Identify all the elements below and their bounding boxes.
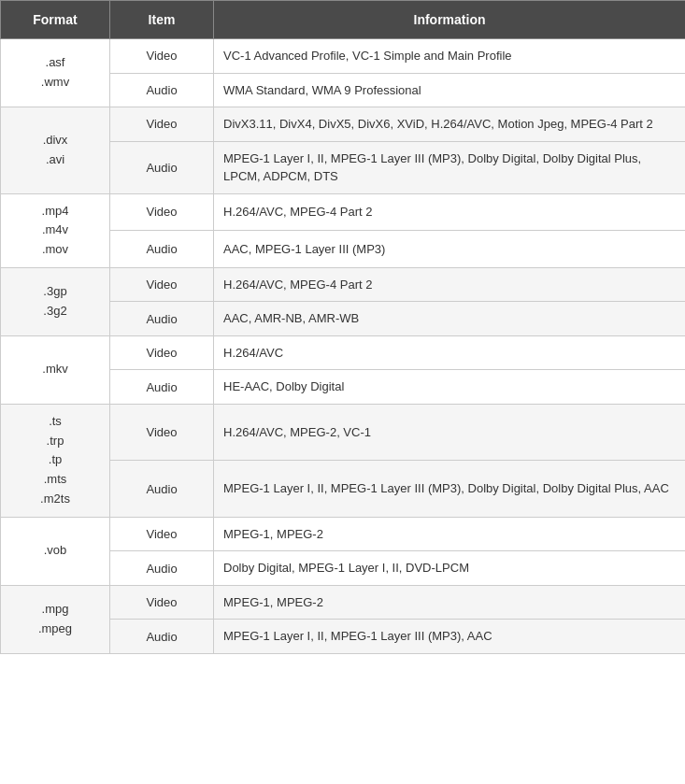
table-row: .3gp.3g2VideoH.264/AVC, MPEG-4 Part 2 xyxy=(1,267,686,302)
info-cell: HE-AAC, Dolby Digital xyxy=(214,370,686,405)
table-row: .ts.trp.tp.mts.m2tsVideoH.264/AVC, MPEG-… xyxy=(1,404,686,460)
format-cell: .3gp.3g2 xyxy=(1,267,110,335)
format-cell: .ts.trp.tp.mts.m2ts xyxy=(1,404,110,517)
info-cell: MPEG-1 Layer I, II, MPEG-1 Layer III (MP… xyxy=(214,461,686,518)
item-cell: Audio xyxy=(110,370,214,405)
info-cell: DivX3.11, DivX4, DivX5, DivX6, XViD, H.2… xyxy=(214,107,686,142)
format-cell: .mpg.mpeg xyxy=(1,585,110,653)
item-cell: Video xyxy=(110,585,214,620)
info-cell: VC-1 Advanced Profile, VC-1 Simple and M… xyxy=(214,39,686,74)
item-cell: Audio xyxy=(110,302,214,336)
item-cell: Video xyxy=(110,107,214,142)
table-row: .divx.aviVideoDivX3.11, DivX4, DivX5, Di… xyxy=(1,107,686,142)
format-cell: .vob xyxy=(1,517,110,585)
table-row: .mp4.m4v.movVideoH.264/AVC, MPEG-4 Part … xyxy=(1,193,686,231)
info-cell: MPEG-1 Layer I, II, MPEG-1 Layer III (MP… xyxy=(214,620,686,654)
info-cell: Dolby Digital, MPEG-1 Layer I, II, DVD-L… xyxy=(214,551,686,586)
item-cell: Video xyxy=(110,517,214,551)
format-cell: .divx.avi xyxy=(1,107,110,194)
header-information: Information xyxy=(214,1,686,39)
info-cell: MPEG-1 Layer I, II, MPEG-1 Layer III (MP… xyxy=(214,141,686,193)
table-row: .mkvVideoH.264/AVC xyxy=(1,335,686,370)
table-row: .vobVideoMPEG-1, MPEG-2 xyxy=(1,517,686,551)
table-row: .asf.wmvVideoVC-1 Advanced Profile, VC-1… xyxy=(1,39,686,74)
info-cell: MPEG-1, MPEG-2 xyxy=(214,585,686,620)
item-cell: Audio xyxy=(110,551,214,586)
format-table: Format Item Information .asf.wmvVideoVC-… xyxy=(0,0,685,654)
item-cell: Video xyxy=(110,39,214,74)
info-cell: H.264/AVC, MPEG-2, VC-1 xyxy=(214,404,686,460)
info-cell: H.264/AVC, MPEG-4 Part 2 xyxy=(214,193,686,231)
item-cell: Audio xyxy=(110,620,214,654)
item-cell: Audio xyxy=(110,141,214,193)
format-cell: .mkv xyxy=(1,335,110,404)
item-cell: Video xyxy=(110,193,214,231)
format-cell: .mp4.m4v.mov xyxy=(1,193,110,267)
header-item: Item xyxy=(110,1,214,39)
item-cell: Video xyxy=(110,335,214,370)
item-cell: Audio xyxy=(110,461,214,518)
info-cell: AAC, AMR-NB, AMR-WB xyxy=(214,302,686,336)
info-cell: H.264/AVC xyxy=(214,335,686,370)
info-cell: AAC, MPEG-1 Layer III (MP3) xyxy=(214,231,686,268)
table-row: .mpg.mpegVideoMPEG-1, MPEG-2 xyxy=(1,585,686,620)
item-cell: Audio xyxy=(110,231,214,268)
info-cell: MPEG-1, MPEG-2 xyxy=(214,517,686,551)
info-cell: WMA Standard, WMA 9 Professional xyxy=(214,73,686,107)
info-cell: H.264/AVC, MPEG-4 Part 2 xyxy=(214,267,686,302)
format-cell: .asf.wmv xyxy=(1,39,110,107)
header-format: Format xyxy=(1,1,110,39)
item-cell: Audio xyxy=(110,73,214,107)
item-cell: Video xyxy=(110,404,214,460)
item-cell: Video xyxy=(110,267,214,302)
